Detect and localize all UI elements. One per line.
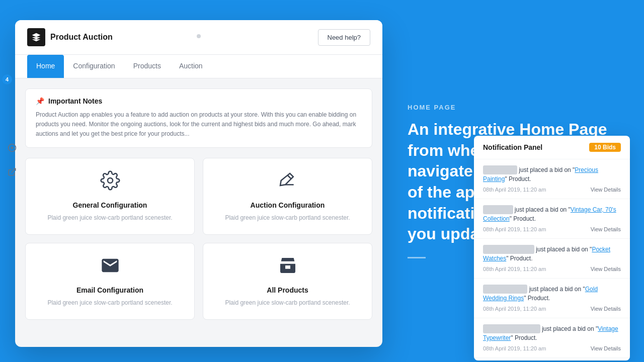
external-link-icon[interactable] <box>5 165 19 179</box>
notification-item: ████████ just placed a bid on "Precious … <box>474 159 630 199</box>
notification-time: 08th April 2019, 11:20 am <box>483 226 546 232</box>
logo-icon <box>27 28 45 46</box>
need-help-button[interactable]: Need help? <box>318 29 371 46</box>
app-title: Product Auction <box>50 33 113 42</box>
svg-point-4 <box>108 178 113 183</box>
app-logo: Product Auction <box>27 28 113 46</box>
view-details-link[interactable]: View Details <box>591 226 621 232</box>
email-icon <box>36 255 184 280</box>
notification-list: ████████ just placed a bid on "Precious … <box>474 159 630 360</box>
notification-text: ███ ███████ just placed a bid on "Gold W… <box>483 285 621 303</box>
cards-grid: General Configuration Plaid green juice … <box>25 158 372 320</box>
top-dot-indicator <box>197 34 201 38</box>
all-products-title: All Products <box>213 286 362 294</box>
sidebar-badge: 4 <box>2 74 12 84</box>
general-config-title: General Configuration <box>36 201 184 209</box>
notification-text: ████████████ just placed a bid on "Pocke… <box>483 245 621 263</box>
tab-home[interactable]: Home <box>27 55 64 78</box>
divider <box>408 257 426 258</box>
notification-item: █████ ███████ just placed a bid on "Prec… <box>474 358 630 360</box>
view-details-link[interactable]: View Details <box>591 266 621 272</box>
important-notes-card: 📌 Important Notes Product Auction app en… <box>25 88 372 148</box>
notification-item: ███ ███████ just placed a bid on "Gold W… <box>474 279 630 318</box>
notification-item: ████████████ just placed a bid on "Pocke… <box>474 239 630 279</box>
email-config-desc: Plaid green juice slow-carb portland sce… <box>36 298 184 307</box>
sidebar-icons <box>5 141 19 179</box>
important-notes-text: Product Auction app enables you a featur… <box>36 110 362 139</box>
svg-rect-7 <box>285 265 290 269</box>
plus-icon[interactable] <box>5 141 19 155</box>
view-details-link[interactable]: View Details <box>591 306 621 312</box>
svg-line-3 <box>12 168 16 172</box>
auction-configuration-card[interactable]: Auction Configuration Plaid green juice … <box>203 158 372 235</box>
general-configuration-card[interactable]: General Configuration Plaid green juice … <box>25 158 195 235</box>
notification-badge: 10 Bids <box>589 143 621 152</box>
notification-item: ████████ █████ just placed a bid on "Vin… <box>474 318 630 358</box>
notification-text: ████████ just placed a bid on "Precious … <box>483 165 621 184</box>
important-notes-title: 📌 Important Notes <box>36 97 362 105</box>
notification-header: Notification Panel 10 Bids <box>474 136 630 159</box>
app-window: Product Auction Need help? Home Configur… <box>15 20 382 347</box>
general-config-desc: Plaid green juice slow-carb portland sce… <box>36 213 184 222</box>
main-content: 📌 Important Notes Product Auction app en… <box>15 78 382 347</box>
gear-icon <box>36 170 184 195</box>
email-configuration-card[interactable]: Email Configuration Plaid green juice sl… <box>25 243 195 320</box>
view-details-link[interactable]: View Details <box>591 345 621 351</box>
view-details-link[interactable]: View Details <box>591 187 621 193</box>
notification-time: 08th April 2019, 11:20 am <box>483 345 546 351</box>
nav-tabs: Home Configuration Products Auction <box>15 55 382 78</box>
email-config-title: Email Configuration <box>36 286 184 294</box>
notification-text: ███████ just placed a bid on "Vintage Ca… <box>483 205 621 223</box>
notification-item: ███████ just placed a bid on "Vintage Ca… <box>474 199 630 239</box>
svg-line-6 <box>288 175 291 179</box>
tab-products[interactable]: Products <box>124 55 170 78</box>
notification-text: ████████ █████ just placed a bid on "Vin… <box>483 324 621 342</box>
notification-title: Notification Panel <box>483 143 542 151</box>
auction-config-desc: Plaid green juice slow-carb portland sce… <box>213 213 362 222</box>
auction-config-title: Auction Configuration <box>213 201 362 209</box>
all-products-desc: Plaid green juice slow-carb portland sce… <box>213 298 362 307</box>
notification-time: 08th April 2019, 11:20 am <box>483 306 546 312</box>
notification-time: 08th April 2019, 11:20 am <box>483 187 546 193</box>
all-products-card[interactable]: All Products Plaid green juice slow-carb… <box>203 243 372 320</box>
pin-icon: 📌 <box>36 97 44 105</box>
home-page-label: HOME PAGE <box>408 104 619 111</box>
tab-auction[interactable]: Auction <box>170 55 212 78</box>
notification-panel: Notification Panel 10 Bids ████████ just… <box>474 136 630 360</box>
box-icon <box>213 255 362 280</box>
tab-configuration[interactable]: Configuration <box>64 55 124 78</box>
notification-time: 08th April 2019, 11:20 am <box>483 266 546 272</box>
auction-icon <box>213 170 362 195</box>
